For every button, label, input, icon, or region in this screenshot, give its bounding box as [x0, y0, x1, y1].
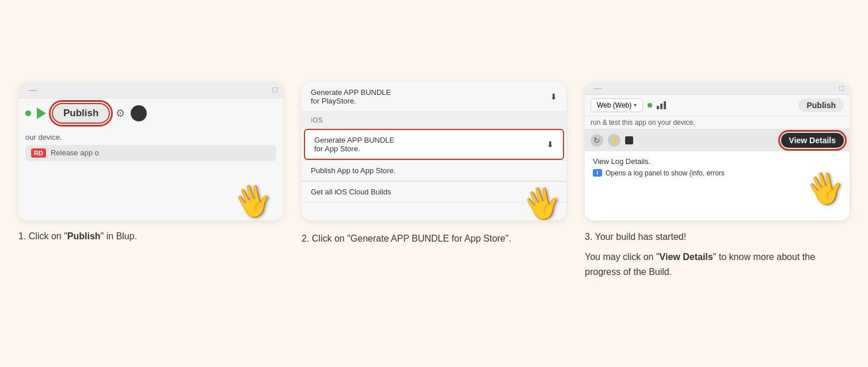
- step3-card: — □ Web (Web) ▾ Publish: [585, 82, 850, 220]
- menu-item-playstore-text: Generate APP BUNDLEfor PlayStore.: [311, 88, 391, 105]
- menu-item-appstore-bundle-text: Generate APP BUNDLEfor App Store.: [314, 136, 394, 153]
- step1-desc-end: " in Blup.: [101, 231, 138, 241]
- green-status-dot: [25, 110, 31, 116]
- step3-desc-body: You may click on "View Details" to know …: [585, 250, 850, 279]
- step1-desc-bold: Publish: [67, 231, 101, 241]
- gear-icon: ⚙: [116, 107, 125, 120]
- step1-content: our device. RD Release app o: [18, 128, 283, 166]
- release-bar: RD Release app o: [25, 145, 276, 161]
- step2-description: 2. Click on "Generate APP BUNDLE for App…: [302, 232, 566, 246]
- step3-main-toolbar: Web (Web) ▾ Publish: [585, 95, 850, 116]
- avatar: [131, 105, 147, 121]
- release-tag: RD: [31, 148, 46, 158]
- step1-titlebar: — □: [18, 82, 283, 98]
- titlebar-dash-icon: —: [29, 85, 37, 94]
- menu-item-playstore: Generate APP BUNDLEfor PlayStore. ⬇: [302, 82, 566, 112]
- play-icon: [37, 108, 46, 119]
- hand-cursor-icon: 🖐: [230, 180, 276, 220]
- device-text-step3: run & test this app on your device.: [585, 116, 850, 129]
- chevron-down-icon: ▾: [634, 102, 637, 108]
- titlebar-square-icon: □: [273, 85, 277, 94]
- step3-titlebar-square: □: [839, 84, 844, 93]
- step1-toolbar: Publish ⚙: [18, 98, 283, 128]
- step3-desc-bold: View Details: [660, 252, 713, 262]
- menu-item-appstore-bundle[interactable]: Generate APP BUNDLEfor App Store. ⬇: [304, 129, 564, 160]
- step-1: — □ Publish ⚙ our device. RD Release a: [18, 82, 283, 243]
- step2-desc-text: 2. Click on "Generate APP BUNDLE for App…: [302, 234, 511, 243]
- step3-titlebar: — □: [585, 82, 850, 95]
- step3-desc-prefix: You may click on ": [585, 252, 660, 262]
- publish-button-step1[interactable]: Publish: [52, 103, 110, 124]
- lightning-icon: ⚡: [610, 136, 619, 145]
- device-text: our device.: [25, 133, 62, 142]
- bar1: [657, 106, 659, 109]
- web-dropdown-label: Web (Web): [597, 101, 631, 109]
- step1-card: — □ Publish ⚙ our device. RD Release a: [18, 82, 283, 220]
- menu-item-cloud-builds-text: Get all iOS Cloud Builds: [311, 188, 391, 196]
- publish-button-step3[interactable]: Publish: [798, 98, 844, 112]
- log-line-2-text: Opens a log panel to show (info, errors: [606, 169, 725, 177]
- menu-separator-ios: iOS: [302, 112, 566, 129]
- log-info-line: i Opens a log panel to show (info, error…: [593, 169, 842, 177]
- log-line-1: View Log Details.: [593, 157, 842, 166]
- web-dropdown[interactable]: Web (Web) ▾: [591, 98, 643, 112]
- bar2: [660, 104, 663, 109]
- step-2: Generate APP BUNDLEfor PlayStore. ⬇ iOS …: [302, 82, 566, 246]
- step3-titlebar-dash: —: [594, 84, 601, 93]
- step1-desc-prefix: 1. Click on ": [18, 231, 67, 241]
- steps-container: — □ Publish ⚙ our device. RD Release a: [18, 82, 850, 285]
- refresh-icon: ↻: [593, 136, 600, 145]
- step2-mockup: Generate APP BUNDLEfor PlayStore. ⬇ iOS …: [302, 82, 566, 220]
- step1-description: 1. Click on "Publish" in Blup.: [18, 230, 283, 243]
- bar3: [664, 101, 666, 109]
- download-icon-appstore: ⬇: [547, 140, 554, 149]
- step3-desc-num: 3. Your build has started!: [585, 230, 850, 244]
- step1-mockup: — □ Publish ⚙ our device. RD Release a: [18, 82, 283, 220]
- step2-card: Generate APP BUNDLEfor PlayStore. ⬇ iOS …: [302, 82, 566, 220]
- green-status-dot-3: [648, 103, 652, 108]
- step3-sub-toolbar: ↻ ⚡ View Details: [585, 129, 850, 151]
- lightning-button[interactable]: ⚡: [608, 134, 620, 147]
- refresh-button[interactable]: ↻: [591, 134, 603, 147]
- info-badge: i: [593, 169, 602, 177]
- menu-item-publish-appstore: Publish App to App Store.: [302, 160, 566, 181]
- signal-bars-icon: [657, 101, 666, 109]
- step-3: — □ Web (Web) ▾ Publish: [585, 82, 850, 285]
- stop-button[interactable]: [625, 136, 633, 144]
- step3-description: 3. Your build has started! You may click…: [585, 230, 850, 285]
- step3-mockup: — □ Web (Web) ▾ Publish: [585, 82, 850, 220]
- menu-item-publish-appstore-text: Publish App to App Store.: [311, 166, 395, 175]
- view-details-button[interactable]: View Details: [781, 133, 844, 148]
- release-text: Release app o: [51, 148, 99, 157]
- download-icon-playstore: ⬇: [550, 92, 557, 101]
